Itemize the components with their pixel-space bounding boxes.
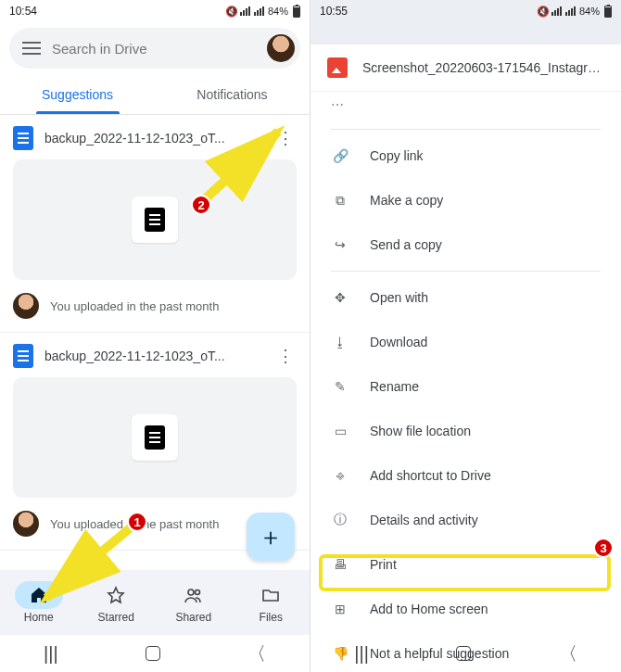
nav-starred[interactable]: Starred [78,570,156,635]
folder-icon [261,586,280,604]
menu-download[interactable]: ⭳Download [310,320,621,364]
tab-suggestions[interactable]: Suggestions [0,74,155,114]
copy-icon: ⧉ [331,191,349,209]
bottom-nav: Home Starred Shared Files [0,570,310,635]
home-icon [30,586,48,604]
add-button[interactable]: ＋ [247,513,295,561]
menu-send-copy[interactable]: ↪Send a copy [310,222,621,267]
thumbnail[interactable] [13,377,297,498]
battery-icon [604,6,612,18]
status-bar: 10:55 🔇 84% [310,0,621,22]
more-options-button[interactable]: ⋮ [274,348,297,364]
edit-icon: ✎ [331,377,349,396]
menu-add-homescreen[interactable]: ⊞Add to Home screen [310,587,621,631]
status-icons: 🔇 84% [225,6,300,18]
annotation-badge-3: 3 [593,538,614,558]
menu-show-location[interactable]: ▭Show file location [310,409,621,453]
avatar[interactable] [267,34,295,62]
recents-button[interactable]: ||| [354,643,369,665]
home-button[interactable] [456,646,471,661]
menu-copy-link[interactable]: 🔗Copy link [310,133,621,178]
sheet-title: Screenshot_20220603-171546_Instagra... [362,60,604,75]
menu-details[interactable]: ⓘDetails and activity [310,498,621,542]
annotation-badge-2: 2 [191,195,211,215]
menu-rename[interactable]: ✎Rename [310,364,621,409]
sheet-header: Screenshot_20220603-171546_Instagra... [310,44,621,92]
svg-point-1 [195,590,199,595]
menu-open-with[interactable]: ✥Open with [310,275,621,320]
recents-button[interactable]: ||| [44,643,58,665]
link-icon: 🔗 [331,146,349,165]
back-button[interactable]: 〈 [247,641,266,666]
homescreen-icon: ⊞ [331,600,349,618]
actions-menu: ⋯ 🔗Copy link ⧉Make a copy ↪Send a copy ✥… [310,92,621,672]
folder-icon: ▭ [331,422,349,440]
suggestion-card[interactable]: backup_2022-11-12-1023_oT... ⋮ You uploa… [0,115,310,333]
home-button[interactable] [146,646,160,661]
android-nav-bar: ||| 〈 [310,635,621,672]
nav-files[interactable]: Files [233,570,310,635]
avatar [13,293,39,319]
more-options-button[interactable]: ⋮ [274,130,297,146]
menu-icon[interactable] [22,42,41,55]
shared-icon [184,586,204,604]
download-icon: ⭳ [331,333,349,351]
file-name: backup_2022-11-12-1023_oT... [44,349,263,363]
tab-notifications[interactable]: Notifications [155,74,310,114]
nav-shared[interactable]: Shared [155,570,233,635]
search-input[interactable] [52,41,256,57]
svg-point-0 [188,590,194,595]
drive-home-screen: 10:54 🔇 84% Suggestions Notifications ba… [0,0,310,672]
search-bar[interactable] [9,28,300,69]
thumbnail[interactable] [13,159,297,280]
feed-tabs: Suggestions Notifications [0,74,310,115]
avatar [13,511,39,537]
shortcut-icon: ⎆ [331,466,349,485]
doc-icon [13,126,33,150]
print-icon: 🖶 [331,555,349,574]
doc-icon [13,344,33,368]
menu-add-shortcut[interactable]: ⎆Add shortcut to Drive [310,453,621,498]
info-icon: ⓘ [331,511,349,529]
file-name: backup_2022-11-12-1023_oT... [44,131,263,146]
menu-make-copy[interactable]: ⧉Make a copy [310,178,621,222]
clock: 10:55 [320,5,348,18]
back-button[interactable]: 〈 [559,641,577,666]
clock: 10:54 [9,5,37,18]
menu-item-cut[interactable]: ⋯ [310,95,621,125]
status-icons: 🔇 84% [537,6,612,18]
image-icon [327,57,348,78]
battery-icon [293,6,300,18]
activity-line: You uploaded in the past month [0,280,310,319]
annotation-badge-1: 1 [127,512,147,532]
menu-print[interactable]: 🖶Print [310,542,621,587]
android-nav-bar: ||| 〈 [0,635,310,672]
send-icon: ↪ [331,235,349,254]
status-bar: 10:54 🔇 84% [0,0,310,22]
apps-icon: ✥ [331,288,349,307]
nav-home[interactable]: Home [0,570,78,635]
star-icon [107,586,125,604]
file-actions-sheet: 10:55 🔇 84% Screenshot_20220603-171546_I… [310,0,621,672]
